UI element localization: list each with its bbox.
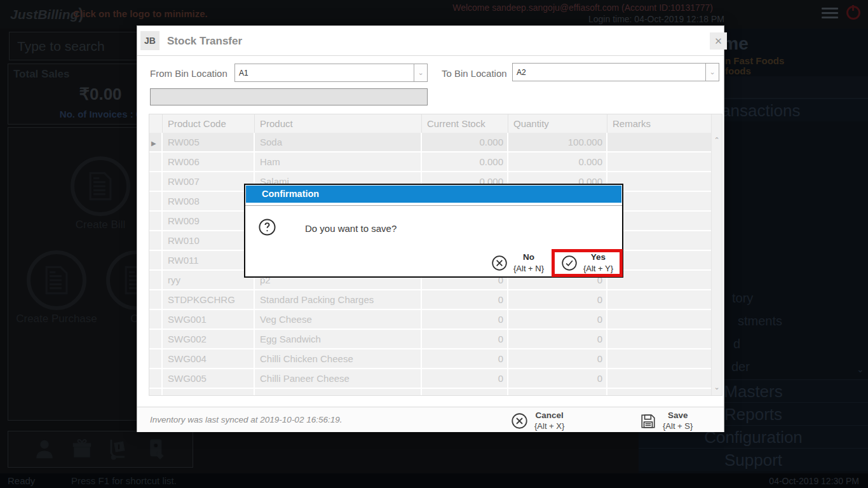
cell-product[interactable]: Veg Cheese: [255, 310, 422, 330]
cell-product[interactable]: Soda: [255, 133, 422, 152]
vertical-scrollbar[interactable]: ⌃ ⌄: [711, 114, 722, 395]
yes-check-icon: [561, 255, 578, 271]
cell-quantity[interactable]: 0.000: [508, 152, 607, 172]
cell-product-code[interactable]: ryy: [163, 271, 255, 290]
submenu-fragment[interactable]: d: [733, 337, 740, 351]
cell-quantity[interactable]: [508, 389, 607, 395]
cell-product-code[interactable]: [163, 389, 255, 395]
cell-quantity[interactable]: 0: [508, 369, 607, 389]
row-selector: ▶: [149, 251, 163, 271]
cell-product[interactable]: Ham: [255, 152, 422, 172]
cell-current-stock[interactable]: 0.000: [422, 152, 508, 172]
table-row[interactable]: ▶ SWG002 Egg Sandwich 0 0: [149, 330, 722, 349]
row-selector: ▶: [149, 349, 163, 369]
cell-product-code[interactable]: STDPKGCHRG: [163, 290, 255, 310]
cell-product-code[interactable]: SWG001: [163, 310, 255, 330]
cancel-button[interactable]: Cancel{Alt + X}: [511, 410, 564, 432]
cell-product-code[interactable]: RW011: [163, 251, 255, 271]
chevron-down-icon[interactable]: ⌄: [705, 64, 719, 81]
gift-icon[interactable]: [71, 438, 93, 461]
power-icon[interactable]: [846, 6, 860, 20]
create-bill-button[interactable]: [71, 156, 130, 216]
cell-remarks[interactable]: [607, 133, 711, 152]
row-selector: ▶: [149, 192, 163, 212]
to-bin-label: To Bin Location: [442, 68, 507, 79]
cell-product-code[interactable]: SWG004: [163, 349, 255, 369]
cell-current-stock[interactable]: 0: [422, 330, 508, 349]
table-row[interactable]: ▶ SWG001 Veg Cheese 0 0: [149, 310, 722, 330]
cell-product-code[interactable]: RW005: [163, 133, 255, 152]
cell-quantity[interactable]: 100.000: [508, 133, 607, 152]
cell-quantity[interactable]: 0: [508, 330, 607, 349]
question-icon: [258, 218, 276, 239]
table-row[interactable]: ▶ SWG005 Chilli Paneer Cheese 0 0: [149, 369, 722, 389]
customer-icon[interactable]: [33, 438, 56, 461]
table-row[interactable]: ▶: [149, 389, 722, 395]
scroll-down-icon[interactable]: ⌄: [712, 383, 722, 391]
jb-logo-icon: JB: [140, 31, 159, 50]
from-bin-select[interactable]: A1 ⌄: [234, 64, 428, 82]
sync-note: Inventory was last synced at 2019-10-02 …: [150, 415, 342, 424]
cell-product-code[interactable]: SWG002: [163, 330, 255, 349]
col-quantity[interactable]: Quantity: [508, 114, 607, 133]
scroll-up-icon[interactable]: ⌃: [712, 136, 722, 144]
confirmation-dialog: Confirmation Do you want to save? No{Alt…: [244, 184, 623, 278]
cell-product-code[interactable]: RW007: [163, 172, 255, 192]
yes-button[interactable]: Yes{Alt + Y}: [552, 249, 623, 277]
row-selector: ▶: [149, 271, 163, 290]
close-icon[interactable]: ✕: [710, 32, 727, 50]
submenu-fragment[interactable]: stments: [738, 314, 782, 329]
create-purchase-button[interactable]: [27, 250, 86, 310]
cell-current-stock[interactable]: 0: [422, 349, 508, 369]
cell-remarks[interactable]: [607, 389, 711, 395]
save-button[interactable]: Save{Alt + S}: [640, 410, 693, 432]
cell-product[interactable]: Standard Packing Charges: [255, 290, 422, 310]
table-header: Product Code Product Current Stock Quant…: [149, 114, 722, 133]
submenu-fragment[interactable]: der: [731, 360, 750, 374]
cell-product-code[interactable]: RW008: [163, 192, 255, 212]
cell-quantity[interactable]: 0: [508, 349, 607, 369]
col-product[interactable]: Product: [255, 114, 422, 133]
cell-product-code[interactable]: RW009: [163, 212, 255, 231]
table-row[interactable]: ▶ SWG004 Chilli Chicken Cheese 0 0: [149, 349, 722, 369]
cell-remarks[interactable]: [607, 290, 711, 310]
sidebar-item-support[interactable]: Support: [639, 448, 868, 471]
menu-icon[interactable]: [822, 8, 838, 21]
cell-product[interactable]: Egg Sandwich: [255, 330, 422, 349]
cell-current-stock[interactable]: [422, 389, 508, 395]
cell-current-stock[interactable]: 0.000: [422, 133, 508, 152]
cell-product-code[interactable]: SWG005: [163, 369, 255, 389]
mobile-payment-icon[interactable]: [145, 438, 168, 461]
col-remarks[interactable]: Remarks: [607, 114, 711, 133]
cell-product-code[interactable]: RW006: [163, 152, 255, 172]
row-selector: ▶: [149, 133, 163, 152]
cell-product[interactable]: Chilli Chicken Cheese: [255, 349, 422, 369]
dialog-title-bar: JB Stock Transfer ✕: [137, 26, 724, 56]
cell-remarks[interactable]: [607, 310, 711, 330]
to-bin-select[interactable]: A2 ⌄: [512, 63, 719, 81]
table-row[interactable]: ▶ STDPKGCHRG Standard Packing Charges 0 …: [149, 290, 722, 310]
save-shortcut: {Alt + S}: [663, 421, 693, 431]
col-current-stock[interactable]: Current Stock: [422, 114, 508, 133]
top-bar: JustBilling) Click on the logo to minimi…: [0, 0, 868, 29]
cell-product[interactable]: [255, 389, 422, 395]
chevron-down-icon[interactable]: ⌄: [857, 364, 864, 374]
table-row[interactable]: ▶ RW006 Ham 0.000 0.000: [149, 152, 722, 172]
cell-remarks[interactable]: [607, 330, 711, 349]
cell-product-code[interactable]: RW010: [163, 231, 255, 251]
cell-current-stock[interactable]: 0: [422, 290, 508, 310]
cell-current-stock[interactable]: 0: [422, 310, 508, 330]
cell-quantity[interactable]: 0: [508, 310, 607, 330]
table-row[interactable]: ▶ RW005 Soda 0.000 100.000: [149, 133, 722, 152]
submenu-fragment[interactable]: tory: [732, 291, 753, 306]
cell-quantity[interactable]: 0: [508, 290, 607, 310]
cell-remarks[interactable]: [607, 152, 711, 172]
stock-trolley-icon[interactable]: [107, 438, 130, 461]
cell-remarks[interactable]: [607, 369, 711, 389]
chevron-down-icon[interactable]: ⌄: [414, 64, 427, 81]
cell-current-stock[interactable]: 0: [422, 369, 508, 389]
col-product-code[interactable]: Product Code: [163, 114, 255, 133]
no-button[interactable]: No{Alt + N}: [491, 252, 544, 274]
cell-product[interactable]: Chilli Paneer Cheese: [255, 369, 422, 389]
cell-remarks[interactable]: [607, 349, 711, 369]
